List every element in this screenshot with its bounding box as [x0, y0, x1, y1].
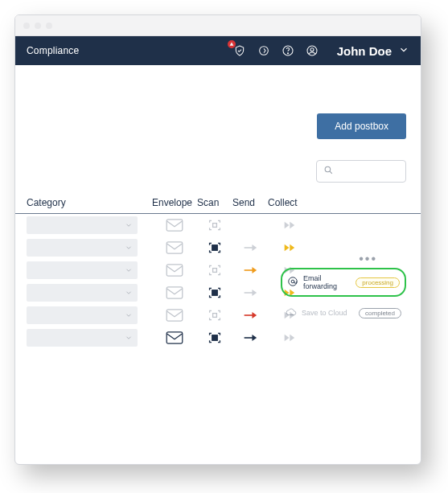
svg-point-36: [289, 277, 298, 286]
profile-icon[interactable]: [305, 43, 319, 58]
svg-point-37: [291, 280, 294, 283]
svg-rect-21: [166, 287, 183, 298]
search-icon: [323, 164, 334, 179]
svg-rect-11: [166, 242, 183, 253]
svg-point-6: [325, 166, 331, 172]
collect-icon[interactable]: [268, 332, 314, 343]
at-sign-icon: [287, 276, 298, 289]
send-icon[interactable]: [232, 332, 268, 343]
svg-rect-17: [213, 269, 217, 273]
collect-icon[interactable]: [268, 220, 314, 231]
svg-point-3: [287, 53, 288, 54]
svg-rect-31: [166, 332, 183, 343]
svg-marker-15: [290, 244, 294, 251]
scan-icon[interactable]: [197, 219, 232, 232]
svg-point-1: [259, 47, 268, 55]
scan-icon[interactable]: [197, 309, 232, 322]
actions-panel: Email forwarding processing Save to Clou…: [281, 268, 406, 323]
svg-point-5: [310, 48, 314, 51]
category-select[interactable]: [27, 284, 138, 302]
send-icon[interactable]: [232, 242, 268, 253]
chevron-down-icon: [398, 44, 409, 58]
traffic-light-icon: [23, 23, 30, 29]
svg-marker-13: [252, 244, 257, 251]
add-postbox-button[interactable]: Add postbox: [317, 113, 406, 139]
traffic-light-icon: [35, 23, 41, 29]
envelope-icon[interactable]: [152, 219, 197, 232]
traffic-light-icon: [46, 23, 52, 29]
svg-rect-16: [166, 265, 183, 276]
svg-rect-12: [212, 245, 217, 250]
category-select[interactable]: [27, 329, 138, 347]
shield-icon[interactable]: [232, 43, 247, 58]
chevron-down-icon: [125, 240, 133, 255]
panel-save-to-cloud[interactable]: Save to Cloud completed: [281, 303, 406, 323]
alert-badge-icon: [228, 40, 236, 48]
envelope-icon[interactable]: [152, 286, 197, 299]
scan-icon[interactable]: [197, 286, 232, 299]
svg-rect-22: [212, 290, 217, 295]
header-bar: Compliance John Doe: [15, 36, 421, 65]
browser-chrome: [15, 15, 421, 36]
send-icon[interactable]: [232, 310, 268, 321]
category-select[interactable]: [27, 216, 138, 234]
category-select[interactable]: [27, 239, 138, 257]
panel-label: Email forwarding: [303, 274, 351, 290]
help-icon[interactable]: [281, 43, 295, 58]
envelope-icon[interactable]: [152, 331, 197, 344]
svg-marker-14: [285, 244, 290, 251]
send-icon[interactable]: [232, 287, 268, 298]
refresh-icon[interactable]: [257, 43, 271, 58]
chevron-down-icon: [125, 263, 133, 277]
search-input[interactable]: [316, 160, 406, 183]
user-name: John Doe: [337, 44, 392, 58]
col-collect: Collect: [268, 197, 314, 208]
svg-marker-35: [290, 335, 294, 341]
svg-rect-26: [166, 310, 183, 321]
envelope-icon[interactable]: [152, 309, 197, 322]
envelope-icon[interactable]: [152, 241, 197, 254]
svg-rect-8: [213, 224, 217, 228]
svg-marker-10: [290, 222, 294, 228]
search-field[interactable]: [337, 166, 399, 177]
row-actions-menu[interactable]: •••: [359, 252, 377, 266]
panel-email-forwarding[interactable]: Email forwarding processing: [281, 268, 406, 297]
category-select[interactable]: [27, 306, 138, 324]
svg-marker-9: [285, 222, 290, 228]
scan-icon[interactable]: [197, 264, 232, 277]
chevron-down-icon: [125, 218, 133, 232]
svg-marker-18: [252, 267, 257, 273]
svg-marker-28: [252, 312, 257, 318]
scan-icon[interactable]: [197, 241, 232, 254]
category-select[interactable]: [27, 261, 138, 279]
collect-icon[interactable]: [268, 242, 314, 253]
col-send: Send: [232, 197, 268, 208]
svg-marker-34: [285, 335, 290, 341]
app-window: Compliance John Doe Add postbox: [14, 14, 421, 465]
envelope-icon[interactable]: [152, 264, 197, 277]
svg-marker-23: [252, 290, 257, 296]
col-scan: Scan: [197, 197, 232, 208]
svg-marker-0: [229, 43, 233, 46]
col-envelope: Envelope: [152, 197, 197, 208]
chevron-down-icon: [125, 308, 133, 323]
scan-icon[interactable]: [197, 331, 232, 344]
user-menu[interactable]: John Doe: [337, 44, 409, 58]
send-icon[interactable]: [232, 265, 268, 276]
chevron-down-icon: [125, 286, 133, 300]
panel-label: Save to Cloud: [302, 309, 354, 317]
status-badge: completed: [359, 308, 401, 318]
svg-rect-32: [212, 335, 217, 340]
chevron-down-icon: [125, 331, 133, 345]
col-category: Category: [27, 197, 152, 208]
svg-marker-33: [252, 335, 257, 341]
status-badge: processing: [356, 277, 400, 288]
table-header: Category Envelope Scan Send Collect: [15, 197, 421, 214]
svg-rect-27: [213, 314, 217, 318]
table-row[interactable]: [15, 214, 421, 236]
svg-rect-7: [166, 220, 183, 231]
table-row[interactable]: [15, 327, 421, 349]
page-title: Compliance: [27, 45, 79, 56]
cloud-icon: [286, 306, 297, 319]
